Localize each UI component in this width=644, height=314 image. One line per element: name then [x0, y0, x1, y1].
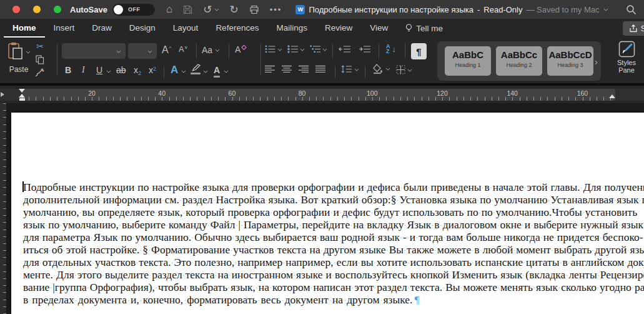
hanging-indent-marker[interactable] [19, 94, 25, 98]
document-line[interactable]: дляпараметраЯзыкпоумолчанию.Обычноздесьв… [23, 231, 633, 243]
document-line[interactable]: дляотдельныхучастковтекста.Этополезно,на… [23, 256, 633, 268]
underline-button[interactable]: U [96, 65, 102, 75]
tab-view[interactable]: View [361, 19, 397, 38]
document-line[interactable]: вание|группаОрфография),чтобывыбратьязык… [23, 281, 633, 293]
grow-font-button[interactable]: A^ [162, 44, 171, 56]
first-line-indent-marker[interactable] [19, 89, 25, 93]
paste-chevron-icon[interactable] [26, 50, 29, 54]
tab-draw[interactable]: Draw [83, 19, 121, 38]
tab-design[interactable]: Design [121, 19, 164, 38]
redo-button[interactable]: ↻ [230, 3, 239, 16]
tab-selector-icon[interactable] [1, 92, 4, 97]
highlight-button[interactable] [191, 64, 201, 72]
document-line[interactable]: языкпоумолчанию,выберитекомандуФайл|Пара… [23, 218, 633, 231]
document-line[interactable]: впределахдокументаи,конечно,форматироват… [23, 293, 633, 306]
styles-pane-brush-icon [618, 41, 635, 58]
italic-button[interactable]: I [82, 65, 85, 75]
bold-button[interactable]: B [65, 65, 71, 75]
tab-review[interactable]: Review [316, 19, 361, 38]
document-line[interactable]: Подробныеинструкциипонастройкеязыкадляпр… [23, 181, 633, 193]
title-bar: AutoSave OFF ⌂ ↺ ↻ ••• W Подробные инстр… [0, 0, 644, 19]
tab-layout[interactable]: Layout [164, 19, 207, 38]
search-icon[interactable] [626, 4, 637, 15]
undo-chevron-icon[interactable] [214, 8, 218, 11]
font-name-chevron-icon [117, 49, 121, 53]
style-name: Heading 2 [496, 62, 542, 68]
shading-button[interactable] [372, 64, 390, 74]
multilevel-list-button[interactable] [310, 45, 327, 53]
format-painter-icon[interactable] [35, 68, 45, 77]
copy-icon[interactable] [36, 55, 44, 64]
document-text[interactable]: Подробныеинструкциипонастройкеязыкадляпр… [23, 181, 633, 306]
ruler-number: 40 [158, 89, 166, 97]
highlighter-icon [191, 64, 201, 72]
align-center-button[interactable] [282, 65, 292, 73]
autosave-toggle[interactable]: OFF [112, 4, 155, 16]
show-formatting-marks-toggle[interactable]: ¶ [411, 43, 427, 59]
horizontal-ruler: 20406080100120140160 [0, 88, 644, 103]
tab-tell-me[interactable]: Tell me [397, 19, 452, 38]
style-card-heading-2[interactable]: AaBbCcHeading 2 [496, 46, 542, 76]
borders-button[interactable] [396, 65, 412, 74]
home-icon[interactable]: ⌂ [166, 3, 172, 16]
sort-button[interactable]: AZ ↓ [386, 44, 396, 54]
document-line[interactable]: менте.Дляэтоговыделитеразделтекстанаинос… [23, 268, 633, 281]
close-window-button[interactable] [12, 6, 20, 13]
share-button[interactable]: Share [623, 21, 644, 36]
change-case-button[interactable]: Aa [202, 45, 220, 55]
align-left-button[interactable] [265, 65, 275, 73]
more-commands-icon[interactable]: ••• [270, 5, 282, 14]
document-line[interactable]: умолчанию,выопределяетеязык,которыйпрове… [23, 206, 633, 218]
left-indent-marker[interactable] [19, 98, 25, 101]
tab-references[interactable]: References [207, 19, 267, 38]
document-line[interactable]: итьсяобэтойнастройке.§Форматированиеучас… [23, 243, 633, 256]
right-indent-marker[interactable] [609, 94, 615, 98]
bullet-list-chevron-icon[interactable] [278, 47, 282, 51]
title-chevron-icon[interactable] [603, 8, 607, 11]
shading-chevron-icon[interactable] [386, 67, 390, 71]
save-icon[interactable] [183, 5, 192, 14]
zoom-window-button[interactable] [54, 6, 61, 13]
minimize-window-button[interactable] [33, 6, 41, 13]
line-spacing-chevron-icon[interactable] [355, 67, 359, 71]
styles-more-chevron-icon[interactable]: › [595, 56, 598, 67]
text-effects-button[interactable]: A [171, 64, 178, 76]
clear-formatting-button[interactable]: A [235, 44, 247, 54]
font-name-select[interactable] [62, 43, 126, 59]
numbered-list-button[interactable] [287, 45, 305, 53]
line-spacing-button[interactable] [341, 65, 359, 73]
multilevel-list-chevron-icon[interactable] [323, 47, 327, 51]
decrease-indent-icon [339, 45, 351, 53]
style-card-heading-1[interactable]: AaBbCHeading 1 [445, 46, 491, 76]
superscript-button[interactable]: x2 [149, 65, 156, 75]
shrink-font-button[interactable]: Av [179, 44, 187, 54]
tab-insert[interactable]: Insert [45, 19, 84, 38]
underline-chevron-icon[interactable] [107, 69, 111, 73]
align-right-button[interactable] [299, 65, 309, 73]
paste-button[interactable]: Paste [5, 42, 32, 74]
justify-button[interactable] [315, 65, 326, 73]
document-line[interactable]: дополнительнойинформациисм.разделНастрой… [23, 193, 633, 206]
decrease-indent-button[interactable] [339, 45, 351, 53]
numbered-list-chevron-icon[interactable] [300, 47, 304, 51]
style-preview: AaBbCc [496, 49, 542, 60]
text-effects-chevron-icon[interactable] [182, 69, 186, 73]
font-color-button[interactable]: A [214, 65, 220, 75]
highlight-chevron-icon[interactable] [204, 69, 207, 73]
styles-pane-button[interactable]: Styles Pane [611, 41, 642, 74]
borders-chevron-icon[interactable] [408, 68, 412, 71]
bullet-list-button[interactable] [265, 45, 282, 53]
tab-mailings[interactable]: Mailings [267, 19, 316, 38]
undo-button[interactable]: ↺ [203, 3, 219, 16]
window-title: W Подробные инструкции по настройке язык… [295, 5, 608, 14]
font-color-chevron-icon[interactable] [224, 69, 228, 73]
document-page[interactable]: Подробныеинструкциипонастройкеязыкадляпр… [11, 113, 644, 314]
increase-indent-button[interactable] [359, 45, 371, 53]
tab-home[interactable]: Home [4, 19, 45, 38]
strikethrough-button[interactable]: ab [116, 65, 126, 75]
font-size-select[interactable] [128, 43, 157, 59]
cut-icon[interactable]: ✂ [36, 41, 44, 51]
style-card-heading-3[interactable]: AaBbCcDHeading 3 [547, 46, 593, 76]
print-icon[interactable] [249, 5, 259, 14]
subscript-button[interactable]: x2 [134, 65, 141, 75]
